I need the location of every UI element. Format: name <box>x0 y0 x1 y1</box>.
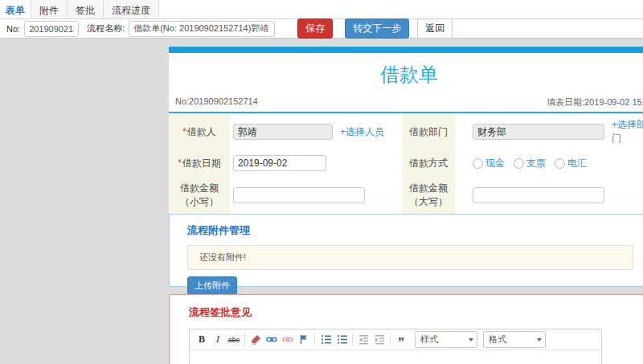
approval-panel-title: 流程签批意见 <box>189 305 643 320</box>
editor-toolbar: B I abc <box>190 329 601 350</box>
borrow-date-field <box>230 150 402 176</box>
borrow-dept-input[interactable] <box>473 124 604 140</box>
indent-icon[interactable] <box>373 333 386 347</box>
unordered-list-icon[interactable] <box>335 333 348 347</box>
borrower-label: *借款人 <box>169 113 230 150</box>
attachment-panel: 流程附件管理 还没有附件! 上传附件 <box>169 214 643 287</box>
borrower-input[interactable] <box>233 124 333 140</box>
radio-icon[interactable] <box>473 158 483 169</box>
amount-lowercase-label: 借款金额（小写） <box>169 176 230 215</box>
borrow-dept-field: +选择部门 <box>455 113 643 150</box>
chevron-down-icon <box>469 338 473 342</box>
forward-next-step-button[interactable]: 转交下一步 <box>345 18 409 39</box>
bold-icon[interactable]: B <box>195 333 208 347</box>
tab-form[interactable]: 表单 <box>0 0 31 18</box>
required-mark: * <box>178 157 182 169</box>
panel-top-bar <box>169 47 643 53</box>
form-title: 借款单 <box>169 53 643 94</box>
borrow-method-field: 现金 支票 电汇 <box>455 150 643 176</box>
amount-uppercase-input[interactable] <box>473 187 604 203</box>
radio-cheque[interactable]: 支票 <box>514 157 546 170</box>
upload-attachment-button[interactable]: 上传附件 <box>187 276 237 295</box>
borrow-dept-label: 借款部门 <box>402 113 455 150</box>
borrower-field: +选择人员 <box>230 113 402 150</box>
radio-wire[interactable]: 电汇 <box>555 157 587 170</box>
remove-format-icon[interactable] <box>249 333 262 347</box>
anchor-flag-icon[interactable] <box>297 333 310 347</box>
no-label: No: <box>6 24 20 34</box>
rich-text-editor: B I abc <box>189 329 602 364</box>
tab-approval[interactable]: 签批 <box>68 0 104 18</box>
no-input[interactable] <box>24 21 79 37</box>
outdent-icon[interactable] <box>357 333 370 347</box>
strikethrough-icon[interactable]: abc <box>227 333 240 347</box>
editor-content-area[interactable] <box>190 350 601 364</box>
attachment-panel-title: 流程附件管理 <box>187 223 643 238</box>
italic-icon[interactable]: I <box>211 333 224 347</box>
no-attachment-alert: 还没有附件! <box>187 245 633 270</box>
action-toolbar: No: 流程名称: 保存 转交下一步 返回 <box>0 19 643 39</box>
form-meta-row: No:20190902152714 填表日期:2019-09-02 15:27:… <box>169 94 643 112</box>
borrow-method-label: 借款方式 <box>402 150 455 176</box>
flow-name-input[interactable] <box>129 21 275 37</box>
radio-icon[interactable] <box>555 158 565 169</box>
toolbar-separator <box>314 333 315 346</box>
unlink-icon[interactable] <box>281 333 294 347</box>
chevron-down-icon <box>537 338 542 342</box>
amount-lowercase-field <box>230 176 402 215</box>
amount-lowercase-input[interactable] <box>233 187 365 203</box>
borrow-date-input[interactable] <box>233 155 326 171</box>
form-no-text: No:20190902152714 <box>175 96 258 106</box>
borrow-method-radios: 现金 支票 电汇 <box>473 157 587 170</box>
link-icon[interactable] <box>265 333 278 347</box>
tab-strip: 表单 附件 签批 流程进度 <box>0 0 643 19</box>
save-button[interactable]: 保存 <box>297 18 333 39</box>
required-mark: * <box>182 126 186 137</box>
select-person-link[interactable]: +选择人员 <box>340 125 384 139</box>
format-select[interactable]: 格式 <box>483 331 546 348</box>
select-dept-link[interactable]: +选择部门 <box>612 118 643 145</box>
ordered-list-icon[interactable] <box>319 333 332 347</box>
borrow-date-label: *借款日期 <box>169 150 230 176</box>
tab-attachment[interactable]: 附件 <box>31 0 68 18</box>
amount-uppercase-label: 借款金额（大写） <box>402 176 455 215</box>
toolbar-separator <box>390 333 391 346</box>
approval-panel: 流程签批意见 B I abc <box>169 294 643 364</box>
radio-icon[interactable] <box>514 158 524 169</box>
toolbar-separator <box>352 333 353 346</box>
amount-uppercase-field <box>455 176 643 215</box>
blockquote-icon[interactable]: ” <box>395 330 408 350</box>
style-select[interactable]: 样式 <box>415 331 477 348</box>
toolbar-separator <box>244 333 245 346</box>
radio-cash[interactable]: 现金 <box>473 157 505 170</box>
back-button[interactable]: 返回 <box>417 18 453 39</box>
flow-name-label: 流程名称: <box>87 22 125 35</box>
form-date-text: 填表日期:2019-09-02 15:27:14 <box>547 96 643 108</box>
tab-progress[interactable]: 流程进度 <box>104 0 159 18</box>
